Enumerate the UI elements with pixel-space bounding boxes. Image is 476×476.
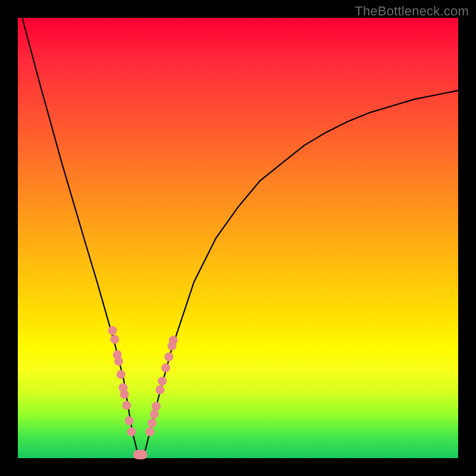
chart-frame: TheBottleneck.com (0, 0, 476, 476)
data-point (122, 401, 131, 410)
data-point (108, 326, 117, 335)
data-point (117, 370, 126, 379)
data-point (110, 335, 119, 344)
dots-group (108, 326, 178, 436)
trough-marker (133, 450, 148, 459)
bottleneck-curve (22, 18, 458, 458)
data-point (146, 427, 155, 436)
data-point (114, 357, 123, 366)
chart-svg (18, 18, 458, 458)
data-point (158, 377, 167, 386)
data-point (150, 410, 159, 419)
data-point (120, 390, 129, 399)
watermark-text: TheBottleneck.com (355, 4, 469, 19)
data-point (161, 364, 170, 372)
plot-area (18, 18, 458, 458)
data-point (169, 336, 178, 345)
curve-group (22, 18, 458, 458)
data-point (148, 418, 156, 427)
data-point (127, 427, 136, 436)
pill-group (133, 450, 148, 459)
data-point (125, 416, 134, 425)
data-point (164, 352, 173, 361)
data-point (152, 402, 161, 411)
data-point (156, 386, 165, 394)
